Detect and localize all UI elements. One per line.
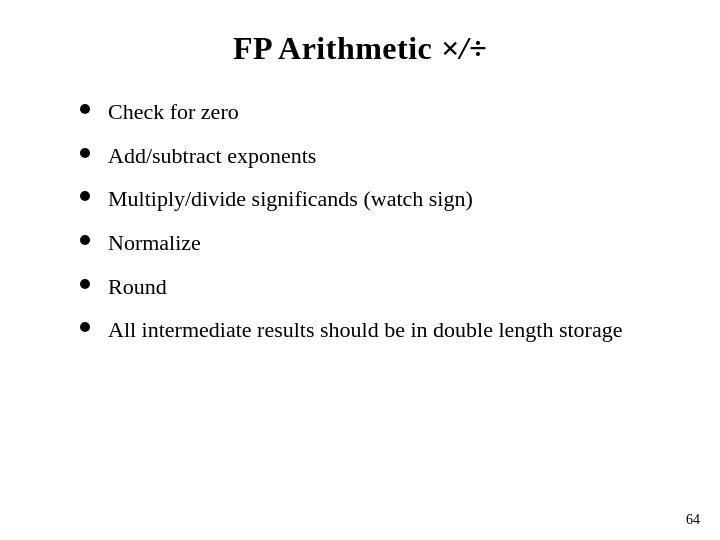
- bullet-icon: [80, 148, 90, 158]
- list-item: Check for zero: [80, 97, 670, 127]
- title-text: FP Arithmetic: [233, 30, 441, 66]
- bullet-icon: [80, 235, 90, 245]
- bullet-icon: [80, 104, 90, 114]
- bullet-text: Multiply/divide significands (watch sign…: [108, 184, 670, 214]
- bullet-text: Normalize: [108, 228, 670, 258]
- list-item: All intermediate results should be in do…: [80, 315, 670, 345]
- title-symbol: ×/÷: [441, 30, 487, 66]
- list-item: Multiply/divide significands (watch sign…: [80, 184, 670, 214]
- bullet-list: Check for zero Add/subtract exponents Mu…: [80, 97, 670, 510]
- bullet-icon: [80, 191, 90, 201]
- list-item: Round: [80, 272, 670, 302]
- bullet-text: Round: [108, 272, 670, 302]
- bullet-icon: [80, 279, 90, 289]
- slide-title: FP Arithmetic ×/÷: [50, 30, 670, 67]
- bullet-icon: [80, 322, 90, 332]
- bullet-text: All intermediate results should be in do…: [108, 315, 670, 345]
- slide: FP Arithmetic ×/÷ Check for zero Add/sub…: [0, 0, 720, 540]
- bullet-text: Check for zero: [108, 97, 670, 127]
- list-item: Add/subtract exponents: [80, 141, 670, 171]
- bullet-text: Add/subtract exponents: [108, 141, 670, 171]
- page-number: 64: [686, 512, 700, 528]
- list-item: Normalize: [80, 228, 670, 258]
